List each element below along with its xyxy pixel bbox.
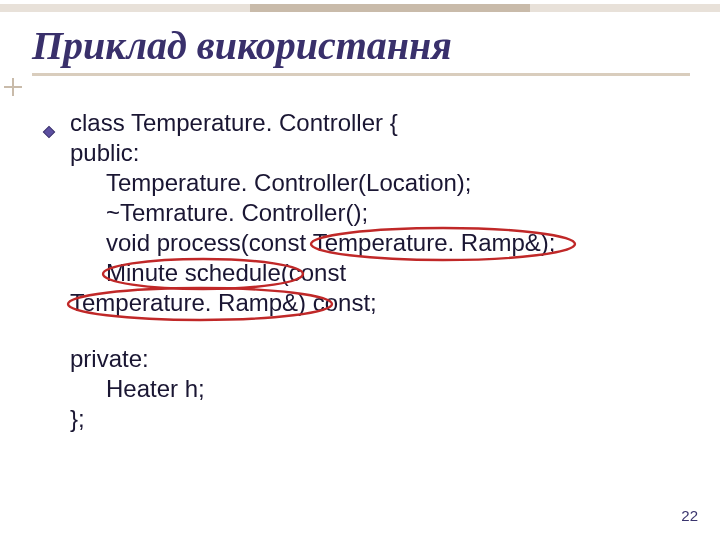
svg-rect-2 [43,126,54,137]
title-area: Приклад використання [32,22,690,76]
circled-text-content: Temperature. Ramp& [70,289,298,316]
circled-text-content: Minute schedule [106,259,281,286]
code-line: Heater h; [70,374,680,404]
code-text: void process(const [106,229,313,256]
code-line: private: [70,344,680,374]
circled-text-content: Temperature. Ramp& [313,229,541,256]
code-line: Minute schedule(const [70,258,680,288]
code-block: class Temperature. Controller { public: … [70,108,680,434]
code-line: public: [70,138,680,168]
diamond-bullet-icon [42,116,56,130]
code-line: ~Temrature. Controller(); [70,198,680,228]
code-line: class Temperature. Controller { [70,108,680,138]
circled-text: Temperature. Ramp& [70,288,298,318]
top-accent-bar-dark [250,4,530,12]
code-text: ) const; [298,289,377,316]
left-margin-mark [4,78,24,102]
code-line: void process(const Temperature. Ramp&); [70,228,680,258]
circled-text: Minute schedule [106,258,281,288]
code-text: (const [281,259,346,286]
code-text: ); [541,229,556,256]
page-number: 22 [681,507,698,524]
code-line: }; [70,404,680,434]
circled-text: Temperature. Ramp& [313,228,541,258]
page-title: Приклад використання [32,22,690,69]
title-underline [32,73,690,76]
code-line: Temperature. Controller(Location); [70,168,680,198]
code-line: Temperature. Ramp&) const; [70,288,680,318]
